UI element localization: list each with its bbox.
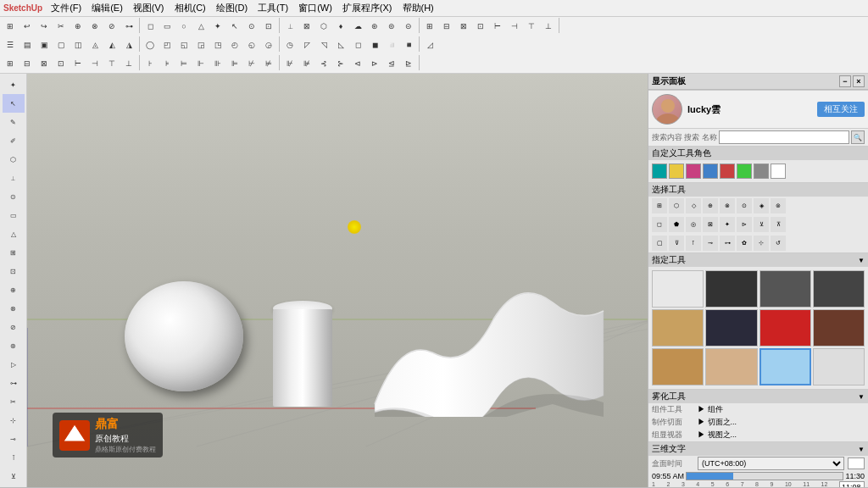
toolbar-btn-row2-14[interactable]: ◵ xyxy=(243,36,260,53)
search-button[interactable]: 🔍 xyxy=(851,130,865,144)
follow-button[interactable]: 相互关注 xyxy=(817,102,865,117)
mat-sample-11[interactable] xyxy=(813,348,865,385)
menu-item-绘图([interactable]: 绘图(D) xyxy=(211,2,253,14)
color-swatch-red[interactable] xyxy=(720,164,735,179)
toolbar-btn-row3-6[interactable]: ⊤ xyxy=(103,55,120,72)
material-section-title[interactable]: 选择工具 xyxy=(648,183,868,197)
toolbar-btn-row1-21[interactable]: ⊛ xyxy=(366,18,383,35)
toolbar-btn-row2-16[interactable]: ◷ xyxy=(281,36,298,53)
menu-item-相机([interactable]: 相机(C) xyxy=(170,2,211,14)
toolbar-btn-row3-10[interactable]: ⊨ xyxy=(175,55,192,72)
tool-icon-21[interactable]: ⊶ xyxy=(720,236,735,251)
left-tool-16[interactable]: ⊶ xyxy=(3,374,25,392)
toolbar-btn-row2-11[interactable]: ◲ xyxy=(192,36,209,53)
left-tool-8[interactable]: △ xyxy=(3,225,25,243)
left-tool-17[interactable]: ✂ xyxy=(3,392,25,411)
mat-sample-5[interactable] xyxy=(705,309,757,347)
toolbar-btn-row1-6[interactable]: ⊘ xyxy=(103,18,120,35)
toolbar-btn-row1-20[interactable]: ☁ xyxy=(349,18,366,35)
toolbar-btn-row2-5[interactable]: ◬ xyxy=(86,36,103,53)
toolbar-btn-row2-12[interactable]: ◳ xyxy=(209,36,226,53)
toolbar-btn-row2-17[interactable]: ◸ xyxy=(298,36,315,53)
toolbar-btn-row1-5[interactable]: ⊗ xyxy=(86,18,103,35)
toolbar-btn-row1-7[interactable]: ⊶ xyxy=(120,18,137,35)
toolbar-btn-row3-11[interactable]: ⊩ xyxy=(192,55,209,72)
left-tool-3[interactable]: ✐ xyxy=(3,131,25,150)
toolbar-btn-row3-17[interactable]: ⊯ xyxy=(298,55,315,72)
toolbar-btn-row1-10[interactable]: ○ xyxy=(175,18,192,35)
menu-item-帮助([interactable]: 帮助(H) xyxy=(398,2,439,14)
toolbar-btn-row2-24[interactable]: ◿ xyxy=(421,36,438,53)
toolbar-btn-row1-1[interactable]: ↩ xyxy=(19,18,36,35)
toolbar-btn-row1-28[interactable]: ⊢ xyxy=(489,18,506,35)
toolbar-btn-row1-11[interactable]: △ xyxy=(192,18,209,35)
color-swatch-green[interactable] xyxy=(737,164,752,179)
tool-icon-14[interactable]: ⊳ xyxy=(737,217,752,232)
toolbar-btn-row2-18[interactable]: ◹ xyxy=(315,36,332,53)
tool-icon-20[interactable]: ⊸ xyxy=(703,236,718,251)
toolbar-btn-row1-2[interactable]: ↪ xyxy=(36,18,53,35)
toolbar-btn-row3-21[interactable]: ⊳ xyxy=(366,55,383,72)
toolbar-btn-row3-23[interactable]: ⊵ xyxy=(400,55,417,72)
mat-sample-4[interactable] xyxy=(652,309,704,347)
toolbar-btn-row2-20[interactable]: ◻ xyxy=(349,36,366,53)
toolbar-btn-row2-1[interactable]: ▤ xyxy=(19,36,36,53)
tool-icon-4[interactable]: ⊕ xyxy=(703,198,718,214)
texture-section-title[interactable]: 指定工具 ▼ xyxy=(648,253,868,267)
toolbar-btn-row3-9[interactable]: ⊧ xyxy=(159,55,175,72)
tool-icon-10[interactable]: ⬟ xyxy=(669,217,684,232)
left-tool-19[interactable]: ⊸ xyxy=(3,430,25,448)
tool-icon-12[interactable]: ⊠ xyxy=(703,217,718,232)
tool-icon-15[interactable]: ⊻ xyxy=(754,217,769,232)
left-tool-5[interactable]: ⟂ xyxy=(3,169,25,187)
toolbar-btn-row1-16[interactable]: ⟂ xyxy=(281,18,298,35)
toolbar-btn-row3-3[interactable]: ⊡ xyxy=(53,55,70,72)
left-tool-10[interactable]: ⊡ xyxy=(3,262,25,280)
mat-sample-1[interactable] xyxy=(705,270,757,308)
tool-icon-18[interactable]: ⊽ xyxy=(669,236,684,251)
toolbar-btn-row2-22[interactable]: ◽ xyxy=(383,36,400,53)
toolbar-btn-row2-0[interactable]: ☰ xyxy=(2,36,19,53)
toolbar-btn-row1-17[interactable]: ⊠ xyxy=(298,18,315,35)
toolbar-btn-row3-12[interactable]: ⊪ xyxy=(209,55,226,72)
mat-sample-9[interactable] xyxy=(705,348,757,385)
mat-sample-selected[interactable] xyxy=(760,348,811,385)
tool-icon-13[interactable]: ✦ xyxy=(720,217,735,232)
toolbar-btn-row3-1[interactable]: ⊟ xyxy=(19,55,36,72)
left-tool-12[interactable]: ⊗ xyxy=(3,299,25,318)
toolbar-btn-row1-19[interactable]: ♦ xyxy=(332,18,349,35)
panel-header[interactable]: 显示面板 − × xyxy=(648,74,868,90)
toolbar-btn-row1-31[interactable]: ⊥ xyxy=(540,18,557,35)
tool-icon-8[interactable]: ⊚ xyxy=(771,198,786,214)
left-tool-18[interactable]: ⊹ xyxy=(3,411,25,430)
toolbar-btn-row3-0[interactable]: ⊞ xyxy=(2,55,19,72)
toolbar-btn-row1-9[interactable]: ▭ xyxy=(159,18,175,35)
toolbar-btn-row1-0[interactable]: ⊞ xyxy=(2,18,19,35)
left-tool-9[interactable]: ⊞ xyxy=(3,243,25,262)
left-tool-11[interactable]: ⊕ xyxy=(3,280,25,299)
viewport[interactable]: 鼎富 原创教程 鼎格斯原创付费教程 xyxy=(27,74,648,487)
toolbar-btn-row1-8[interactable]: ◻ xyxy=(142,18,159,35)
toolbar-btn-row2-15[interactable]: ◶ xyxy=(260,36,277,53)
menu-item-工具([interactable]: 工具(T) xyxy=(253,2,293,14)
tool-icon-22[interactable]: ✿ xyxy=(737,236,752,251)
left-tool-20[interactable]: ⊺ xyxy=(3,448,25,467)
custom-tools-title[interactable]: 自定义工具角色 xyxy=(648,147,868,160)
tool-icon-3[interactable]: ◇ xyxy=(686,198,701,214)
left-tool-1[interactable]: ↖ xyxy=(3,94,25,113)
3dtext-title[interactable]: 三维文字 ▼ xyxy=(648,442,868,456)
toolbar-btn-row1-14[interactable]: ⊙ xyxy=(243,18,260,35)
mat-sample-2[interactable] xyxy=(760,270,811,308)
toolbar-btn-row1-3[interactable]: ✂ xyxy=(53,18,70,35)
menu-item-窗口([interactable]: 窗口(W) xyxy=(293,2,337,14)
toolbar-btn-row1-26[interactable]: ⊠ xyxy=(455,18,472,35)
mat-sample-6[interactable] xyxy=(760,309,811,347)
mat-sample-3[interactable] xyxy=(813,270,865,308)
panel-minimize-btn[interactable]: − xyxy=(839,75,851,87)
toolbar-btn-row2-7[interactable]: ◮ xyxy=(120,36,137,53)
toolbar-btn-row1-30[interactable]: ⊤ xyxy=(523,18,540,35)
tool-icon-1[interactable]: ⊞ xyxy=(652,198,667,214)
toolbar-btn-row3-20[interactable]: ⊲ xyxy=(349,55,366,72)
tool-icon-17[interactable]: ▢ xyxy=(652,236,667,251)
toolbar-btn-row2-6[interactable]: ◭ xyxy=(103,36,120,53)
